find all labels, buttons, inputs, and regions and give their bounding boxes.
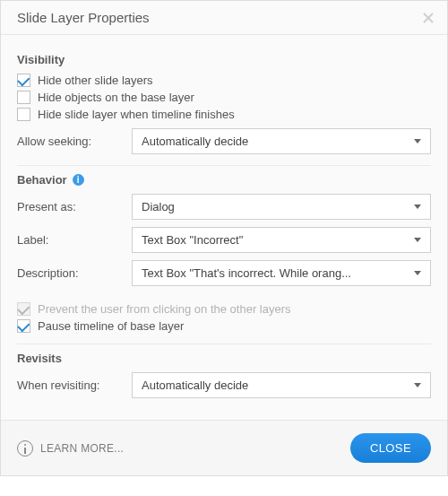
row-when-revisiting: When revisiting: Automatically decide	[17, 372, 431, 398]
dialog-title: Slide Layer Properties	[17, 10, 150, 25]
info-icon[interactable]: i	[73, 174, 84, 186]
row-label: Label: Text Box "Incorrect"	[17, 227, 431, 253]
label-allow-seeking: Allow seeking:	[17, 135, 132, 148]
label-prevent-click-other-layers: Prevent the user from clicking on the ot…	[38, 302, 291, 316]
chevron-down-icon	[414, 204, 421, 209]
label-description: Description:	[17, 266, 132, 280]
select-allow-seeking-value: Automatically decide	[142, 135, 248, 148]
row-allow-seeking: Allow seeking: Automatically decide	[17, 128, 431, 154]
select-when-revisiting[interactable]: Automatically decide	[132, 372, 431, 398]
select-label-value: Text Box "Incorrect"	[142, 233, 243, 247]
behavior-heading-text: Behavior	[17, 173, 67, 187]
label-label: Label:	[17, 233, 132, 247]
divider	[17, 165, 431, 166]
checkbox-hide-on-timeline-finish[interactable]	[17, 108, 30, 121]
dialog-body: Visibility Hide other slide layers Hide …	[1, 35, 447, 420]
select-description[interactable]: Text Box "That's incorrect. While orang.…	[132, 260, 431, 286]
label-hide-base-objects: Hide objects on the base layer	[38, 91, 194, 104]
chevron-down-icon	[414, 271, 421, 275]
select-present-as-value: Dialog	[142, 200, 175, 213]
row-pause-base-timeline[interactable]: Pause timeline of base layer	[17, 319, 431, 333]
info-outline-icon	[17, 440, 33, 457]
label-pause-base-timeline: Pause timeline of base layer	[38, 319, 184, 333]
label-hide-other-layers: Hide other slide layers	[38, 74, 153, 87]
label-present-as: Present as:	[17, 200, 132, 213]
close-icon[interactable]	[422, 12, 435, 24]
chevron-down-icon	[414, 238, 421, 242]
divider	[17, 344, 431, 344]
row-hide-base-objects[interactable]: Hide objects on the base layer	[17, 91, 431, 104]
learn-more-link[interactable]: LEARN MORE...	[17, 440, 124, 457]
titlebar: Slide Layer Properties	[1, 1, 447, 35]
slide-layer-properties-dialog: Slide Layer Properties Visibility Hide o…	[0, 0, 448, 476]
checkbox-hide-other-layers[interactable]	[17, 74, 30, 87]
row-hide-other-layers[interactable]: Hide other slide layers	[17, 74, 431, 87]
select-description-value: Text Box "That's incorrect. While orang.…	[142, 266, 351, 280]
chevron-down-icon	[414, 139, 421, 144]
row-description: Description: Text Box "That's incorrect.…	[17, 260, 431, 286]
checkbox-prevent-click-other-layers	[17, 302, 30, 316]
row-hide-on-timeline-finish[interactable]: Hide slide layer when timeline finishes	[17, 108, 431, 121]
select-present-as[interactable]: Dialog	[132, 194, 431, 220]
chevron-down-icon	[414, 383, 421, 387]
select-allow-seeking[interactable]: Automatically decide	[132, 128, 431, 154]
visibility-heading: Visibility	[17, 53, 431, 66]
label-hide-on-timeline-finish: Hide slide layer when timeline finishes	[38, 108, 235, 121]
checkbox-hide-base-objects[interactable]	[17, 91, 30, 104]
behavior-heading: Behavior i	[17, 173, 431, 187]
select-when-revisiting-value: Automatically decide	[142, 379, 248, 392]
close-button[interactable]: CLOSE	[350, 433, 431, 463]
revisits-heading: Revisits	[17, 352, 431, 365]
checkbox-pause-base-timeline[interactable]	[17, 319, 30, 333]
row-prevent-click-other-layers: Prevent the user from clicking on the ot…	[17, 302, 431, 316]
label-when-revisiting: When revisiting:	[17, 379, 132, 392]
dialog-footer: LEARN MORE... CLOSE	[1, 420, 447, 475]
row-present-as: Present as: Dialog	[17, 194, 431, 220]
learn-more-text: LEARN MORE...	[40, 442, 124, 455]
select-label[interactable]: Text Box "Incorrect"	[132, 227, 431, 253]
